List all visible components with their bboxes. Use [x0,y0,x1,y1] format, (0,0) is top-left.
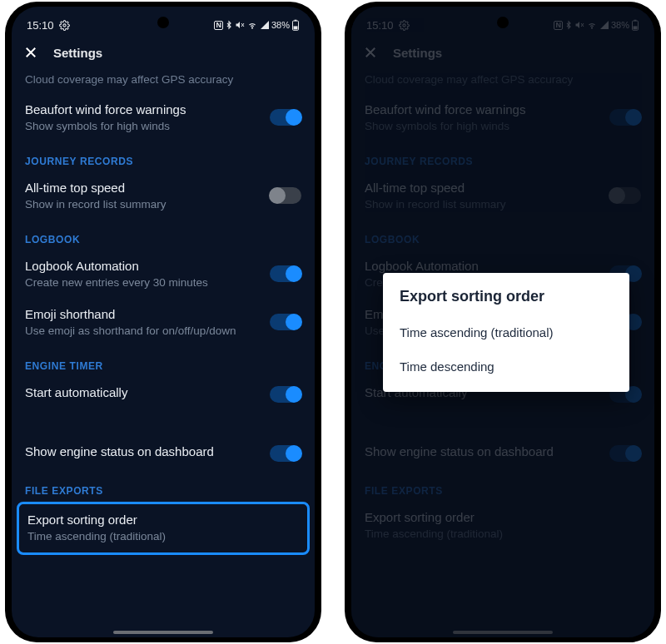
toggle-switch[interactable] [270,445,301,462]
battery-pct: 38% [271,20,290,30]
camera-hole [157,17,169,28]
setting-title: Beaufort wind force warnings [25,102,270,116]
section-engine-timer: ENGINE TIMER [12,347,315,377]
phone-frame-right: 15:10 N 38% [345,2,661,642]
setting-engine-status-dashboard[interactable]: Show engine status on dashboard [12,436,315,472]
toggle-switch[interactable] [270,314,301,330]
toggle-switch[interactable] [270,265,301,282]
highlighted-setting: Export sorting order Time ascending (tra… [17,502,310,555]
dialog-title: Export sorting order [383,286,629,315]
setting-logbook-automation[interactable]: Logbook Automation Create new entries ev… [12,250,315,299]
status-time: 15:10 [27,19,54,32]
setting-title: Emoji shorthand [25,307,270,321]
setting-title: All-time top speed [25,181,270,195]
screen: 15:10 N 38% [12,7,315,637]
setting-emoji-shorthand[interactable]: Emoji shorthand Use emoji as shorthand f… [12,299,315,347]
svg-rect-3 [295,20,297,21]
toggle-switch[interactable] [270,386,301,403]
setting-start-automatically[interactable]: Start automatically [12,377,315,413]
setting-sub: Show symbols for high winds [25,120,270,132]
dialog-option-time-descending[interactable]: Time descending [383,349,629,384]
section-file-exports: FILE EXPORTS [12,472,315,502]
section-logbook: LOGBOOK [12,220,315,250]
svg-point-1 [251,27,252,28]
close-icon[interactable] [23,45,38,60]
setting-top-speed[interactable]: All-time top speed Show in record list s… [12,172,315,220]
clipped-setting-sub: Cloud coverage may affect GPS accuracy [12,70,315,94]
toggle-switch[interactable] [270,187,301,204]
setting-sub: Create new entries every 30 minutes [25,276,270,289]
setting-sub: Show in record list summary [25,198,270,211]
signal-icon [260,20,270,30]
gesture-bar[interactable] [113,631,213,634]
bluetooth-icon [225,20,233,30]
screen: 15:10 N 38% [351,7,654,637]
settings-notif-icon [59,20,70,31]
nfc-icon: N [214,21,223,30]
export-sort-dialog: Export sorting order Time ascending (tra… [383,273,629,392]
setting-sub: Time ascending (traditional) [27,530,299,542]
section-journey-records: JOURNEY RECORDS [12,142,315,172]
setting-title: Export sorting order [27,513,299,527]
settings-list[interactable]: Cloud coverage may affect GPS accuracy B… [12,70,315,565]
dialog-option-time-ascending[interactable]: Time ascending (traditional) [383,315,629,349]
wifi-icon [246,20,258,30]
setting-beaufort[interactable]: Beaufort wind force warnings Show symbol… [12,94,315,142]
svg-point-0 [62,23,65,26]
mute-icon [235,20,245,30]
phone-frame-left: 15:10 N 38% [5,2,321,642]
svg-rect-4 [294,26,298,29]
app-bar: Settings [12,35,315,70]
toggle-switch[interactable] [270,109,301,126]
setting-export-sorting-order[interactable]: Export sorting order Time ascending (tra… [19,504,307,552]
setting-sub: Use emoji as shorthand for on/off/up/dow… [25,324,270,337]
setting-title: Show engine status on dashboard [25,444,270,458]
page-title: Settings [53,46,102,60]
battery-icon [291,19,300,31]
setting-title: Logbook Automation [25,259,270,273]
setting-title: Start automatically [25,385,270,399]
camera-hole [497,17,509,28]
